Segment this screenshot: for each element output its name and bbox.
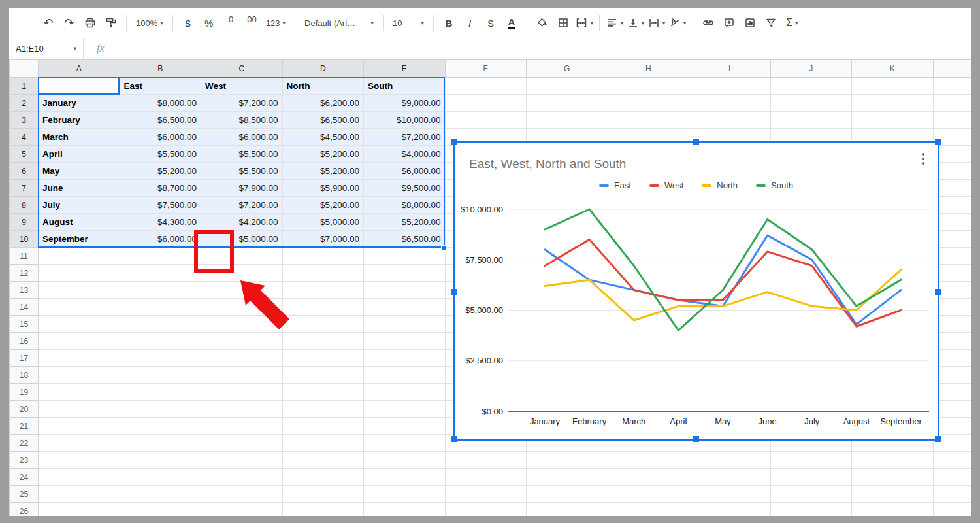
cell-A22[interactable]	[39, 435, 120, 452]
cell-G1[interactable]	[527, 78, 608, 95]
column-header-B[interactable]: B	[120, 60, 201, 78]
cell-E10[interactable]: $6,500.00	[364, 231, 446, 248]
cell-B17[interactable]	[120, 350, 201, 367]
cell-B3[interactable]: $6,500.00	[120, 112, 201, 129]
cell-A17[interactable]	[39, 350, 120, 367]
print-button[interactable]	[80, 13, 100, 33]
cell-B11[interactable]	[120, 248, 201, 265]
cell-D21[interactable]	[282, 418, 364, 435]
cell-C14[interactable]	[201, 299, 283, 316]
cell-C10[interactable]: $5,000.00	[201, 231, 283, 248]
cell-C17[interactable]	[201, 350, 283, 367]
column-header-F[interactable]: F	[445, 60, 527, 78]
more-formats-button[interactable]: 123 ▾	[262, 13, 289, 33]
row-header-22[interactable]: 22	[10, 435, 39, 452]
cell-E2[interactable]: $9,000.00	[364, 95, 446, 112]
cell-E19[interactable]	[364, 384, 446, 401]
cell-D12[interactable]	[282, 265, 364, 282]
merge-cells-button[interactable]: ▾	[574, 13, 594, 33]
cell-J26[interactable]	[770, 503, 852, 517]
cell-A14[interactable]	[39, 299, 120, 316]
column-header-K[interactable]: K	[852, 60, 934, 78]
chart-handle-w[interactable]	[451, 289, 457, 295]
cell-K24[interactable]	[852, 469, 934, 486]
cell-A23[interactable]	[39, 452, 120, 469]
cell-F26[interactable]	[445, 503, 527, 517]
cell-E12[interactable]	[364, 265, 446, 282]
cell-B13[interactable]	[120, 282, 201, 299]
cell-D6[interactable]: $5,200.00	[282, 163, 364, 180]
cell-C20[interactable]	[201, 401, 283, 418]
cell-E23[interactable]	[364, 452, 446, 469]
zoom-select[interactable]: 100% ▾	[132, 13, 167, 33]
column-header-D[interactable]: D	[282, 60, 364, 78]
redo-button[interactable]: ↷	[59, 13, 79, 33]
cell-B21[interactable]	[120, 418, 201, 435]
cell-B2[interactable]: $8,000.00	[120, 95, 201, 112]
chart-handle-nw[interactable]	[451, 139, 457, 145]
cell-C8[interactable]: $7,200.00	[201, 197, 283, 214]
cell-D14[interactable]	[282, 299, 364, 316]
functions-button[interactable]: Σ ▾	[782, 13, 802, 33]
column-header-H[interactable]: H	[608, 60, 689, 78]
cell-A4[interactable]: March	[39, 129, 120, 146]
cell-G24[interactable]	[527, 469, 608, 486]
cell-A15[interactable]	[39, 316, 120, 333]
cell-D23[interactable]	[282, 452, 364, 469]
cell-L26[interactable]	[933, 503, 971, 517]
cell-B7[interactable]: $8,700.00	[120, 180, 201, 197]
cell-K25[interactable]	[852, 486, 934, 503]
cell-E7[interactable]: $9,500.00	[364, 180, 446, 197]
cell-J24[interactable]	[770, 469, 852, 486]
row-header-24[interactable]: 24	[10, 469, 39, 486]
row-header-17[interactable]: 17	[10, 350, 39, 367]
cell-D20[interactable]	[282, 401, 364, 418]
cell-E21[interactable]	[364, 418, 446, 435]
cell-E15[interactable]	[364, 316, 446, 333]
cell-B24[interactable]	[120, 469, 201, 486]
cell-C24[interactable]	[201, 469, 283, 486]
row-header-15[interactable]: 15	[10, 316, 39, 333]
row-header-20[interactable]: 20	[10, 401, 39, 418]
cell-K3[interactable]	[852, 112, 934, 129]
cell-F3[interactable]	[445, 112, 527, 129]
cell-C2[interactable]: $7,200.00	[201, 95, 283, 112]
cell-K1[interactable]	[852, 78, 934, 95]
cell-B22[interactable]	[120, 435, 201, 452]
cell-D11[interactable]	[282, 248, 364, 265]
cell-C26[interactable]	[201, 503, 283, 517]
cell-E9[interactable]: $5,200.00	[364, 214, 446, 231]
cell-D24[interactable]	[282, 469, 364, 486]
text-color-button[interactable]: A	[502, 13, 521, 33]
cell-D4[interactable]: $4,500.00	[282, 129, 364, 146]
cell-I2[interactable]	[689, 95, 771, 112]
cell-B25[interactable]	[120, 486, 201, 503]
cell-B9[interactable]: $4,300.00	[120, 214, 201, 231]
cell-D16[interactable]	[282, 333, 364, 350]
row-header-19[interactable]: 19	[10, 384, 39, 401]
column-header-C[interactable]: C	[201, 60, 283, 78]
cell-E24[interactable]	[364, 469, 446, 486]
cell-A20[interactable]	[39, 401, 120, 418]
cell-C4[interactable]: $6,000.00	[201, 129, 283, 146]
column-header-A[interactable]: A	[39, 60, 120, 78]
cell-A11[interactable]	[39, 248, 120, 265]
chart-handle-sw[interactable]	[451, 436, 457, 442]
cell-C19[interactable]	[201, 384, 283, 401]
row-header-13[interactable]: 13	[10, 282, 39, 299]
cell-A3[interactable]: February	[39, 112, 120, 129]
cell-C22[interactable]	[201, 435, 283, 452]
cell-H26[interactable]	[608, 503, 689, 517]
cell-D5[interactable]: $5,200.00	[282, 146, 364, 163]
cell-C15[interactable]	[201, 316, 283, 333]
cell-J25[interactable]	[770, 486, 852, 503]
cell-F2[interactable]	[445, 95, 527, 112]
cell-D8[interactable]: $5,200.00	[282, 197, 364, 214]
cell-D1[interactable]: North	[282, 78, 364, 95]
insert-link-button[interactable]	[698, 13, 718, 33]
cell-G3[interactable]	[527, 112, 608, 129]
cell-C1[interactable]: West	[201, 78, 283, 95]
row-header-21[interactable]: 21	[10, 418, 39, 435]
italic-button[interactable]: I	[460, 13, 480, 33]
chart-handle-s[interactable]	[693, 436, 699, 442]
